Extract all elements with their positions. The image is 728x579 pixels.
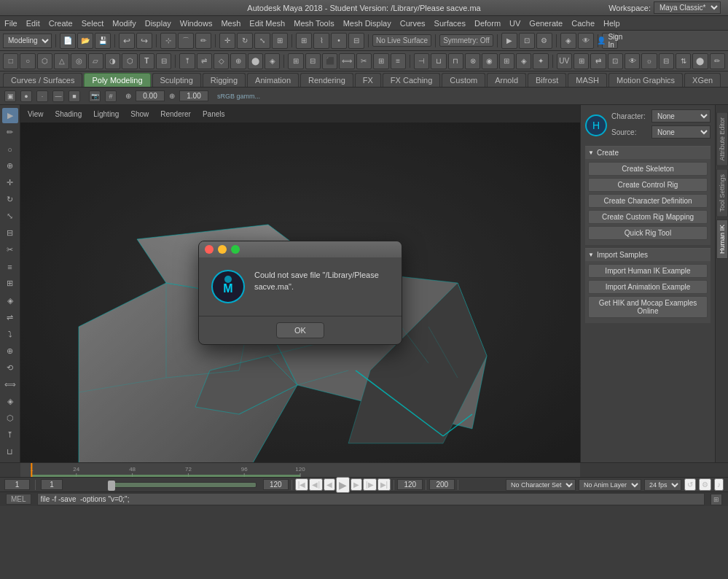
- platonic-btn[interactable]: ⬡: [122, 53, 137, 69]
- pb-settings-btn[interactable]: ⚙: [699, 478, 711, 491]
- wedge-btn[interactable]: ◈: [265, 53, 280, 69]
- norm-btn[interactable]: ⊟: [659, 53, 674, 69]
- tab-bifrost[interactable]: Bifrost: [528, 73, 566, 87]
- source-dropdown[interactable]: None: [651, 125, 711, 139]
- text-btn[interactable]: T: [139, 53, 154, 69]
- extract-face-btn[interactable]: ⬡: [2, 411, 18, 426]
- tab-xgen[interactable]: XGen: [684, 73, 721, 87]
- move-vtx-btn[interactable]: ⟲: [2, 360, 18, 376]
- new-file-btn[interactable]: 📄: [60, 33, 76, 49]
- relax-btn[interactable]: ⊞: [2, 276, 18, 291]
- rotate-btn[interactable]: ↻: [237, 33, 253, 49]
- snap-together-btn[interactable]: ⊟: [2, 225, 18, 241]
- tab-fx-caching[interactable]: FX Caching: [383, 73, 440, 87]
- render-settings-btn[interactable]: ⚙: [536, 33, 552, 49]
- poly-type-btn[interactable]: ⊟: [156, 53, 171, 69]
- separate-btn[interactable]: ⊓: [448, 53, 463, 69]
- menu-mesh[interactable]: Mesh: [221, 19, 240, 28]
- mirror-btn[interactable]: ⊣: [414, 53, 429, 69]
- import-section-header[interactable]: ▼ Import Samples: [585, 248, 711, 261]
- prev-key-btn[interactable]: ◀|: [309, 478, 323, 491]
- script-icon[interactable]: ⊞: [711, 494, 722, 505]
- select-tool-btn[interactable]: ⊹: [160, 33, 176, 49]
- prev-frame-btn[interactable]: ◀: [324, 478, 335, 491]
- vp-panels-menu[interactable]: Panels: [200, 109, 228, 120]
- knife-btn[interactable]: ✂: [356, 53, 372, 69]
- tool-settings-tab[interactable]: Tool Settings: [716, 169, 728, 217]
- menu-surfaces[interactable]: Surfaces: [434, 19, 466, 28]
- import-animation-btn[interactable]: Import Animation Example: [588, 280, 708, 294]
- lgt-btn[interactable]: ☼: [641, 53, 657, 69]
- subdivide-btn[interactable]: ⊞: [499, 53, 514, 69]
- loop-cut-btn[interactable]: ⊞: [288, 53, 303, 69]
- dialog-maximize-btn[interactable]: [231, 245, 240, 254]
- menu-uv[interactable]: UV: [509, 19, 520, 28]
- tab-fx[interactable]: FX: [355, 73, 381, 87]
- menu-cache[interactable]: Cache: [571, 19, 595, 28]
- transfer-btn[interactable]: ⇄: [590, 53, 606, 69]
- create-character-def-btn[interactable]: Create Character Definition: [588, 194, 708, 208]
- pb-audio-btn[interactable]: ♪: [714, 478, 724, 491]
- loop-sel-btn[interactable]: ○: [2, 141, 18, 157]
- render-btn[interactable]: ▶: [501, 33, 517, 49]
- boolean-btn[interactable]: ⊗: [465, 53, 480, 69]
- range-end-input[interactable]: [263, 479, 289, 490]
- translate-y-input[interactable]: [179, 90, 208, 101]
- tab-animation[interactable]: Animation: [247, 73, 299, 87]
- tab-motion-graphics[interactable]: Motion Graphics: [608, 73, 683, 87]
- show-hide-btn[interactable]: 👁: [578, 33, 594, 49]
- bridge-btn[interactable]: ⇌: [197, 53, 212, 69]
- open-btn[interactable]: 📂: [77, 33, 93, 49]
- dialog-minimize-btn[interactable]: [218, 245, 227, 254]
- transform-btn[interactable]: ✛: [2, 175, 18, 190]
- character-dropdown[interactable]: None: [651, 109, 711, 123]
- dissolve-btn[interactable]: ◈: [2, 394, 18, 409]
- script-input[interactable]: [37, 493, 705, 505]
- range-thumb-left[interactable]: [108, 481, 115, 491]
- edge-mode-btn[interactable]: —: [52, 90, 64, 102]
- menu-help[interactable]: Help: [603, 19, 620, 28]
- tab-rendering[interactable]: Rendering: [300, 73, 353, 87]
- snap-point-btn[interactable]: •: [331, 33, 347, 49]
- vp-lighting-menu[interactable]: Lighting: [90, 109, 122, 120]
- out-frame-input[interactable]: [429, 479, 455, 490]
- menu-file[interactable]: File: [4, 19, 17, 28]
- create-control-rig-btn[interactable]: Create Control Rig: [588, 178, 708, 192]
- char-set-dropdown[interactable]: No Character Set: [506, 479, 576, 491]
- dialog-close-btn[interactable]: [205, 245, 214, 254]
- menu-create[interactable]: Create: [49, 19, 73, 28]
- range-start-input[interactable]: [41, 479, 63, 490]
- insert-loop-btn[interactable]: ⬛: [322, 53, 337, 69]
- disc-btn[interactable]: ◑: [105, 53, 120, 69]
- quad-draw-btn[interactable]: ◈: [2, 293, 18, 308]
- menu-windows[interactable]: Windows: [180, 19, 213, 28]
- human-ik-tab[interactable]: Human IK: [716, 219, 728, 259]
- tab-custom[interactable]: Custom: [442, 73, 485, 87]
- menu-mesh-display[interactable]: Mesh Display: [343, 19, 391, 28]
- plane-btn[interactable]: ▱: [88, 53, 103, 69]
- get-hik-mocap-btn[interactable]: Get HIK and Mocap Examples Online: [588, 296, 708, 318]
- module-selector[interactable]: Modeling: [3, 34, 52, 48]
- slide-edge-btn[interactable]: ⟺: [339, 53, 354, 69]
- scale-btn[interactable]: ⤡: [254, 33, 270, 49]
- crease-btn[interactable]: ≡: [391, 53, 406, 69]
- menu-display[interactable]: Display: [145, 19, 171, 28]
- redo-btn[interactable]: ↪: [136, 33, 152, 49]
- workspace-selector[interactable]: Workspace: Maya Classic*: [608, 1, 721, 14]
- no-live-surface-label[interactable]: No Live Surface: [372, 34, 431, 47]
- next-frame-btn[interactable]: ▶: [351, 478, 362, 491]
- ipr-btn[interactable]: ⊡: [519, 33, 535, 49]
- attribute-editor-tab[interactable]: Attribute Editor: [716, 112, 728, 166]
- extrude-lft-btn[interactable]: ⤒: [2, 427, 18, 443]
- undo-btn[interactable]: ↩: [119, 33, 135, 49]
- end-frame-input[interactable]: [397, 479, 423, 490]
- universal-btn[interactable]: ⊞: [272, 33, 288, 49]
- next-key-btn[interactable]: |▶: [363, 478, 377, 491]
- crease-lft-btn[interactable]: ≡: [2, 259, 18, 274]
- go-end-btn[interactable]: ▶|: [377, 478, 391, 491]
- tab-poly-modeling[interactable]: Poly Modeling: [84, 73, 150, 87]
- lft-rotate-btn[interactable]: ↻: [2, 192, 18, 207]
- anim-layer-dropdown[interactable]: No Anim Layer: [579, 479, 641, 491]
- paint-sel-btn[interactable]: ✏: [195, 33, 211, 49]
- torus-btn[interactable]: ◎: [71, 53, 86, 69]
